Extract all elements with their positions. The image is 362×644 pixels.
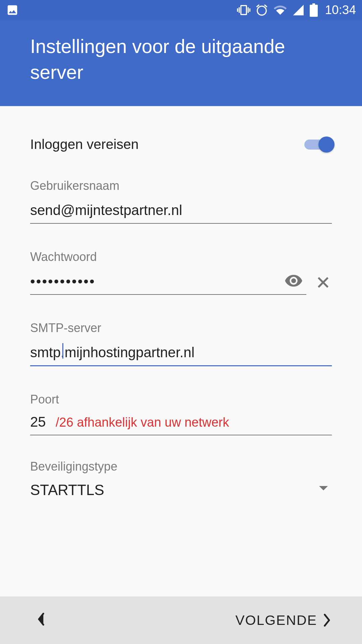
port-input[interactable]: 25 /26 afhankelijk van uw netwerk (30, 414, 332, 435)
port-field: Poort 25 /26 afhankelijk van uw netwerk (30, 392, 332, 435)
status-time: 10:34 (325, 3, 356, 17)
security-type-field: Beveiligingstype STARTTLS (30, 460, 332, 498)
port-value: 25 (30, 414, 56, 430)
signal-icon (292, 4, 305, 16)
smtp-server-field: SMTP-server (30, 321, 332, 366)
security-type-select[interactable]: STARTTLS (30, 482, 332, 498)
username-field: Gebruikersnaam (30, 179, 332, 224)
bottom-bar: VOLGENDE (0, 596, 362, 644)
picture-icon (6, 4, 19, 16)
vibrate-icon (237, 3, 250, 17)
show-password-icon[interactable] (284, 271, 303, 291)
security-type-label: Beveiligingstype (30, 460, 332, 474)
security-type-value: STARTTLS (30, 482, 104, 498)
back-button[interactable] (36, 611, 45, 630)
require-login-toggle[interactable] (304, 137, 335, 153)
clear-password-icon[interactable] (314, 274, 332, 292)
port-note: /26 afhankelijk van uw netwerk (56, 415, 229, 430)
password-field: Wachtwoord (30, 250, 332, 295)
chevron-right-icon (323, 613, 332, 627)
next-button-label: VOLGENDE (235, 612, 317, 628)
header: Instellingen voor de uitgaande server (0, 20, 362, 106)
require-login-row: Inloggen vereisen (30, 106, 332, 153)
chevron-down-icon (319, 486, 328, 490)
smtp-server-input[interactable] (30, 342, 332, 366)
require-login-label: Inloggen vereisen (30, 137, 139, 152)
username-label: Gebruikersnaam (30, 179, 332, 193)
password-label: Wachtwoord (30, 250, 332, 264)
password-input[interactable] (30, 271, 306, 295)
smtp-server-label: SMTP-server (30, 321, 332, 335)
svg-rect-0 (310, 5, 318, 17)
page-title: Instellingen voor de uitgaande server (30, 34, 332, 85)
svg-rect-1 (312, 3, 315, 5)
wifi-icon (273, 3, 287, 17)
alarm-icon (255, 3, 268, 17)
text-cursor (62, 343, 63, 359)
form-content: Inloggen vereisen Gebruikersnaam Wachtwo… (0, 106, 362, 498)
port-label: Poort (30, 392, 332, 407)
username-input[interactable] (30, 200, 332, 224)
next-button[interactable]: VOLGENDE (235, 612, 332, 628)
status-bar: 10:34 (0, 0, 362, 20)
battery-icon (309, 3, 318, 17)
